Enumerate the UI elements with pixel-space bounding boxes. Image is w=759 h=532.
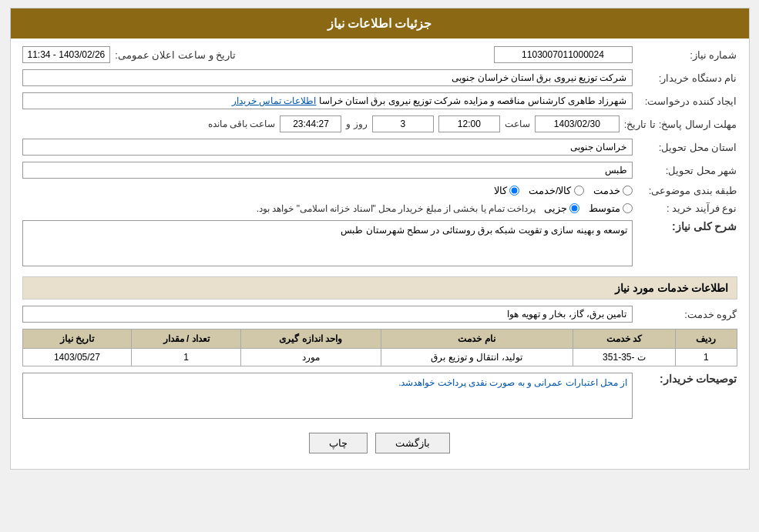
delivery-province-row: استان محل تحویل: خراسان جنوبی (22, 139, 737, 156)
buyer-org-row: نام دستگاه خریدار: شرکت توزیع نیروی برق … (22, 69, 737, 86)
delivery-province-value: خراسان جنوبی (22, 139, 633, 156)
table-row: 1ت -35-351تولید، انتقال و توزیع برقمورد1… (22, 349, 737, 366)
main-container: جزئیات اطلاعات نیاز شماره نیاز: 11030070… (10, 8, 750, 470)
subject-option-goods[interactable]: کالا (494, 185, 519, 196)
announce-date-label: تاریخ و ساعت اعلان عمومی: (115, 49, 236, 61)
content-area: شماره نیاز: 1103007011000024 تاریخ و ساع… (11, 38, 749, 469)
service-group-value: تامین برق، گاز، بخار و تهویه هوا (22, 306, 633, 323)
buyer-desc-label: توصیحات خریدار: (637, 373, 737, 385)
creator-value: شهرزاد طاهری کارشناس مناقصه و مزایده شرک… (22, 92, 633, 109)
back-button[interactable]: بازگشت (375, 433, 450, 453)
services-section-heading: اطلاعات خدمات مورد نیاز (22, 276, 737, 299)
col-date: تاریخ نیاز (22, 330, 132, 349)
col-unit: واحد اندازه گیری (241, 330, 381, 349)
col-name: نام خدمت (381, 330, 573, 349)
button-bar: بازگشت چاپ (22, 433, 737, 453)
response-deadline-row: مهلت ارسال پاسخ: تا تاریخ: 1403/02/30 سا… (22, 115, 737, 132)
service-group-row: گروه خدمت: تامین برق، گاز، بخار و تهویه … (22, 306, 737, 323)
creator-link[interactable]: اطلاعات تماس خریدار (232, 95, 317, 106)
delivery-city-label: شهر محل تحویل: (637, 165, 737, 176)
need-description-label: شرح کلی نیاز: (637, 220, 737, 233)
services-table: ردیف کد خدمت نام خدمت واحد اندازه گیری ت… (22, 329, 737, 366)
buyer-desc-textarea[interactable] (22, 373, 633, 419)
subject-option-service[interactable]: خدمت (593, 185, 633, 196)
purchase-option-partial[interactable]: جزیی (544, 202, 579, 214)
purchase-radio-group: متوسط جزیی (544, 202, 633, 214)
delivery-city-value: طبس (22, 162, 633, 179)
purchase-type-group: متوسط جزیی پرداخت تمام یا بخشی از مبلغ خ… (22, 202, 633, 214)
page-header: جزئیات اطلاعات نیاز (11, 8, 749, 38)
purchase-option-medium[interactable]: متوسط (589, 202, 633, 214)
need-number-value: 1103007011000024 (494, 46, 633, 63)
buyer-org-label: نام دستگاه خریدار: (637, 72, 737, 84)
need-number-label: شماره نیاز: (637, 49, 737, 61)
response-days: 3 (372, 115, 434, 132)
response-time: 12:00 (438, 115, 500, 132)
deadline-time-group: 1403/02/30 ساعت 12:00 3 روز و 23:44:27 س… (208, 115, 620, 132)
service-group-label: گروه خدمت: (637, 309, 737, 320)
subject-label: طبقه بندی موضوعی: (637, 185, 737, 196)
buyer-org-value: شرکت توزیع نیروی برق استان خراسان جنوبی (22, 69, 633, 86)
col-row: ردیف (676, 330, 737, 349)
need-description-textarea[interactable]: توسعه و بهینه سازی و تقویت شبکه برق روست… (22, 220, 633, 266)
creator-label: ایجاد کننده درخواست: (637, 95, 737, 107)
response-remaining-label: ساعت باقی مانده (208, 119, 276, 129)
response-date: 1403/02/30 (535, 115, 620, 132)
subject-radio-group: خدمت کالا/خدمت کالا (494, 185, 633, 196)
page-title: جزئیات اطلاعات نیاز (327, 17, 432, 30)
delivery-city-row: شهر محل تحویل: طبس (22, 162, 737, 179)
creator-row: ایجاد کننده درخواست: شهرزاد طاهری کارشنا… (22, 92, 737, 109)
col-quantity: تعداد / مقدار (132, 330, 241, 349)
col-code: کد خدمت (573, 330, 676, 349)
buyer-desc-row: توصیحات خریدار: (22, 373, 737, 421)
need-description-row: شرح کلی نیاز: توسعه و بهینه سازی و تقویت… (22, 220, 737, 269)
announce-date-value: 1403/02/26 - 11:34 (22, 46, 111, 63)
subject-row: طبقه بندی موضوعی: خدمت کالا/خدمت کالا (22, 185, 737, 196)
need-number-row: شماره نیاز: 1103007011000024 تاریخ و ساع… (22, 46, 737, 63)
purchase-note: پرداخت تمام یا بخشی از مبلغ خریدار محل "… (257, 203, 536, 214)
response-deadline-label: مهلت ارسال پاسخ: تا تاریخ: (624, 119, 737, 130)
response-remaining: 23:44:27 (280, 115, 341, 132)
purchase-type-label: نوع فرآیند خرید : (637, 202, 737, 214)
response-day-label: روز و (346, 119, 367, 129)
response-time-label: ساعت (505, 119, 530, 129)
subject-option-goods-service[interactable]: کالا/خدمت (529, 185, 584, 196)
print-button[interactable]: چاپ (309, 433, 368, 453)
delivery-province-label: استان محل تحویل: (637, 142, 737, 153)
purchase-type-row: نوع فرآیند خرید : متوسط جزیی پرداخت تمام… (22, 202, 737, 214)
